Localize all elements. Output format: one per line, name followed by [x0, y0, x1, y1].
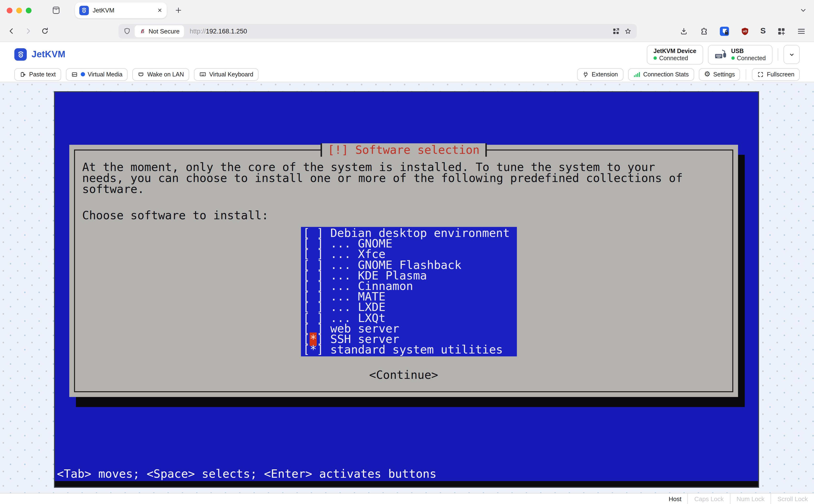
window-controls	[7, 7, 32, 13]
checklist-item[interactable]: [ ] ... Xfce	[303, 249, 517, 260]
bookmark-star-icon[interactable]	[624, 27, 632, 35]
menu-hamburger-icon[interactable]	[797, 27, 806, 36]
scroll-lock-indicator: Scroll Lock	[771, 495, 814, 502]
dialog-intro-text: At the moment, only the core of the syst…	[82, 162, 683, 195]
security-badge[interactable]: Not Secure	[135, 25, 184, 37]
header-divider	[778, 48, 778, 61]
usb-connected-dot	[731, 56, 734, 60]
header-collapse-button[interactable]	[783, 45, 800, 64]
remote-screen[interactable]: [!] Software selection At the moment, on…	[54, 91, 759, 488]
software-checklist[interactable]: [ ] Debian desktop environment [ ] ... G…	[301, 227, 517, 356]
brand-title: JetKVM	[32, 49, 65, 60]
plug-icon	[582, 71, 589, 78]
checkbox: [ ]	[303, 313, 324, 323]
usb-status-text: Connected	[737, 55, 766, 61]
kvm-toolbar: Paste text Virtual Media Wake on LAN Vir…	[0, 67, 814, 82]
tab-title: JetKVM	[93, 7, 153, 14]
grid-expand-icon[interactable]	[612, 27, 620, 35]
browser-window: JetKVM Not Secure	[0, 0, 814, 504]
address-bar[interactable]: Not Secure http://192.168.1.250	[118, 24, 637, 38]
checklist-item[interactable]: [ ] ... LXDE	[303, 302, 517, 313]
fullscreen-button[interactable]: Fullscreen	[752, 68, 800, 80]
virtual-media-button[interactable]: Virtual Media	[66, 68, 128, 80]
extensions-grid-icon[interactable]	[777, 27, 786, 36]
software-selection-dialog: [!] Software selection At the moment, on…	[69, 145, 738, 397]
caps-lock-indicator: Caps Lock	[688, 495, 730, 502]
checkbox: [*]	[303, 344, 324, 355]
toolbar-divider	[746, 69, 746, 80]
choose-software-prompt: Choose software to install:	[82, 209, 268, 222]
extension-button[interactable]: Extension	[577, 68, 623, 80]
sidebar-toggle-icon[interactable]	[52, 6, 61, 15]
security-label: Not Secure	[149, 27, 180, 35]
svg-text:uO: uO	[743, 29, 747, 33]
back-button[interactable]	[7, 27, 16, 35]
settings-button[interactable]: ⚙ Settings	[699, 68, 740, 80]
checkbox: [ ]	[303, 302, 324, 313]
tab-strip: JetKVM	[0, 0, 814, 21]
screen-bottom-bar	[55, 481, 758, 487]
new-tab-button[interactable]	[174, 6, 182, 14]
checkbox: [ ]	[303, 249, 324, 260]
installer-help-line: <Tab> moves; <Space> selects; <Enter> ac…	[57, 467, 436, 481]
tab-overview-chevron-icon[interactable]	[799, 6, 807, 14]
puzzle-extensions-icon[interactable]	[699, 27, 708, 36]
checklist-item[interactable]: [ ] ... LXQt	[303, 313, 517, 323]
item-label: ... Xfce	[330, 249, 386, 260]
media-active-dot	[80, 72, 85, 76]
lock-slash-icon	[139, 27, 146, 35]
browser-tab[interactable]: JetKVM	[75, 2, 167, 18]
url-text: http://192.168.1.250	[190, 27, 247, 35]
host-indicator: Host	[662, 495, 687, 502]
usb-status-button[interactable]: USB Connected	[708, 45, 772, 64]
downloads-icon[interactable]	[679, 27, 688, 36]
item-label: standard system utilities	[330, 344, 503, 355]
tab-close-icon[interactable]	[157, 8, 162, 13]
gear-icon: ⚙	[704, 71, 710, 78]
paste-text-button[interactable]: Paste text	[14, 68, 61, 80]
item-label: ... LXQt	[330, 313, 386, 323]
tracking-protection-shield-icon[interactable]	[123, 27, 131, 35]
device-status-text: Connected	[659, 55, 688, 61]
device-connected-dot	[653, 56, 657, 60]
reload-button[interactable]	[41, 27, 49, 35]
ublock-shield-icon[interactable]: uO	[740, 27, 749, 36]
s-extension-icon[interactable]: S	[760, 27, 766, 35]
zoom-window-button[interactable]	[26, 7, 32, 13]
device-status-title: JetKVM Device	[653, 48, 696, 54]
ethernet-icon	[138, 71, 145, 78]
browser-action-icons: uO S	[679, 26, 807, 36]
wake-on-lan-button[interactable]: Wake on LAN	[133, 68, 189, 80]
forward-button[interactable]	[24, 27, 32, 35]
item-label: ... GNOME Flashback	[330, 260, 461, 270]
num-lock-indicator: Num Lock	[730, 495, 771, 502]
keyboard-mouse-icon	[714, 49, 727, 60]
app-header: JetKVM JetKVM Device Connected USB Conne…	[0, 42, 814, 67]
status-bar: Host Caps Lock Num Lock Scroll Lock	[0, 493, 814, 504]
drive-icon	[71, 71, 78, 78]
close-window-button[interactable]	[7, 7, 12, 13]
connection-stats-button[interactable]: Connection Stats	[628, 68, 694, 80]
keyboard-icon	[199, 71, 206, 78]
fullscreen-icon	[757, 71, 764, 78]
address-toolbar: Not Secure http://192.168.1.250 uO	[0, 21, 814, 42]
kvm-workspace: [!] Software selection At the moment, on…	[0, 82, 814, 493]
paste-icon	[20, 71, 26, 78]
usb-status-title: USB	[731, 48, 766, 54]
password-manager-icon[interactable]	[719, 26, 729, 36]
jetkvm-favicon	[79, 5, 89, 15]
signal-bars-icon	[633, 71, 640, 77]
checklist-item[interactable]: [ ] ... GNOME Flashback	[303, 260, 517, 270]
continue-button[interactable]: <Continue>	[69, 368, 738, 382]
checklist-item[interactable]: [*] standard system utilities	[303, 344, 517, 355]
device-status-button[interactable]: JetKVM Device Connected	[647, 45, 703, 64]
checkbox: [ ]	[303, 260, 324, 270]
jetkvm-logo	[14, 48, 27, 61]
dialog-title: [!] Software selection	[321, 143, 487, 157]
virtual-keyboard-button[interactable]: Virtual Keyboard	[194, 68, 258, 80]
item-label: ... LXDE	[330, 302, 386, 313]
minimize-window-button[interactable]	[16, 7, 22, 13]
